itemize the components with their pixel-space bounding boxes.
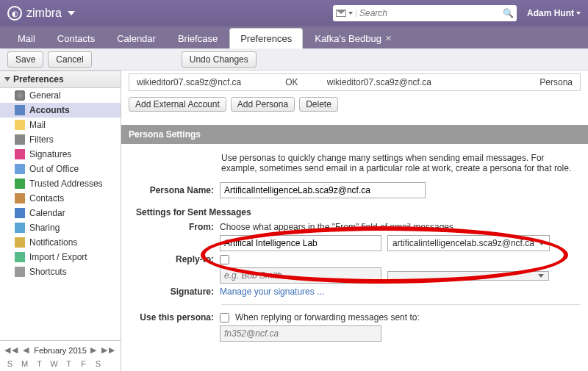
search-input[interactable] [359, 8, 503, 18]
notif-icon [15, 237, 25, 248]
action-toolbar: Save Cancel Undo Changes [0, 48, 588, 71]
undo-button[interactable]: Undo Changes [182, 51, 257, 68]
from-name-input[interactable] [220, 235, 381, 251]
sidebar-item-general[interactable]: General [0, 88, 121, 103]
use-persona-address-input[interactable] [220, 325, 381, 342]
search-scope-selector[interactable] [336, 10, 356, 17]
sidebar-item-import-export[interactable]: Import / Export [0, 250, 121, 264]
tab-calendar[interactable]: Calendar [107, 29, 166, 48]
mail-icon [336, 10, 346, 17]
persona-name-input[interactable] [220, 182, 426, 198]
sent-settings-header: Settings for Sent Messages [133, 200, 581, 220]
sidebar-item-label: Notifications [29, 237, 77, 248]
delete-button[interactable]: Delete [299, 97, 338, 112]
sidebar-tree: GeneralAccountsMailFiltersSignaturesOut … [0, 88, 121, 340]
trust-icon [15, 179, 25, 189]
logo-glyph-icon: ◐ [7, 6, 22, 21]
sidebar-item-label: Accounts [29, 105, 70, 115]
manage-signatures-link[interactable]: Manage your signatures ... [220, 287, 324, 297]
minical-day-row: SMTWTFS [3, 359, 118, 368]
account-email: wikieditor07.sca9z@ncf.ca [327, 77, 481, 87]
account-type: Persona [495, 77, 573, 87]
sidebar-item-label: Out of Office [29, 164, 79, 174]
from-label: From: [133, 222, 214, 232]
sidebar-item-label: Signatures [29, 149, 71, 159]
minical-day: S [91, 359, 105, 368]
cal-icon [15, 208, 25, 218]
use-persona-row: Use this persona: When replying or forwa… [133, 311, 581, 324]
minical-day: T [62, 359, 76, 368]
tab-preferences[interactable]: Preferences [229, 28, 303, 48]
user-icon [15, 105, 25, 115]
add-external-account-button[interactable]: Add External Account [129, 97, 226, 112]
sidebar-header[interactable]: Preferences [0, 71, 121, 88]
reply-to-label: Reply-to: [133, 254, 214, 264]
app-header: ◐ zimbra 🔍 Adam Hunt [0, 0, 588, 26]
brand-logo[interactable]: ◐ zimbra [7, 6, 75, 21]
tab-extra-label: Kafka's Bedbug [315, 33, 381, 44]
close-icon[interactable]: ✕ [385, 34, 392, 43]
sidebar-item-label: Trusted Addresses [29, 179, 103, 189]
signature-label: Signature: [133, 287, 214, 297]
chevron-down-icon [539, 242, 545, 245]
tab-extra[interactable]: Kafka's Bedbug ✕ [304, 29, 402, 48]
sidebar-item-label: Calendar [29, 208, 65, 218]
tab-contacts[interactable]: Contacts [47, 29, 105, 48]
tab-mail[interactable]: Mail [7, 29, 46, 48]
reply-to-checkbox[interactable] [220, 255, 229, 264]
sidebar-item-label: Import / Export [29, 252, 87, 262]
reply-to-email-dropdown[interactable] [387, 271, 549, 281]
from-email-dropdown[interactable]: artificalintelligencelab.sca9z@ncf.ca [387, 235, 550, 251]
sidebar-item-contacts[interactable]: Contacts [0, 191, 121, 206]
from-row-inputs: artificalintelligencelab.sca9z@ncf.ca [133, 234, 581, 253]
mini-calendar[interactable]: ◀◀ ◀ February 2015 ▶ ▶▶ SMTWTFS [0, 340, 121, 371]
brand-text: zimbra [26, 7, 62, 20]
minical-day: S [3, 359, 17, 368]
account-list-row[interactable]: wikieditor07.sca9z@ncf.ca OK wikieditor0… [129, 73, 581, 91]
account-buttons: Add External Account Add Persona Delete [121, 91, 588, 118]
sidebar-item-out-of-office[interactable]: Out of Office [0, 162, 121, 176]
sidebar-item-calendar[interactable]: Calendar [0, 206, 121, 220]
user-name: Adam Hunt [527, 8, 574, 18]
short-icon [15, 267, 25, 277]
search-icon[interactable]: 🔍 [503, 8, 514, 18]
minical-day: W [47, 359, 61, 368]
sidebar-item-label: General [29, 90, 61, 101]
reply-to-name-input[interactable] [220, 267, 381, 284]
sidebar-item-label: Shortcuts [29, 267, 67, 277]
sidebar-item-notifications[interactable]: Notifications [0, 235, 121, 250]
minical-day: T [32, 359, 46, 368]
cancel-button[interactable]: Cancel [48, 51, 91, 68]
divider [221, 304, 581, 305]
save-button[interactable]: Save [7, 51, 43, 68]
user-menu[interactable]: Adam Hunt [527, 8, 581, 18]
sidebar-item-trusted-addresses[interactable]: Trusted Addresses [0, 176, 121, 191]
add-persona-button[interactable]: Add Persona [231, 97, 295, 112]
search-box[interactable]: 🔍 [333, 5, 517, 21]
sidebar-item-label: Contacts [29, 193, 64, 203]
chevron-down-icon [68, 11, 75, 15]
filter-icon [15, 134, 25, 145]
workspace: Preferences GeneralAccountsMailFiltersSi… [0, 71, 588, 371]
use-persona-checkbox[interactable] [220, 313, 229, 323]
sidebar-item-signatures[interactable]: Signatures [0, 147, 121, 162]
chevron-down-icon [538, 274, 544, 278]
minical-next-icon[interactable]: ▶ ▶▶ [90, 345, 116, 355]
sidebar-item-accounts[interactable]: Accounts [0, 103, 121, 118]
sig-icon [15, 149, 25, 159]
minical-prev-icon[interactable]: ◀◀ ◀ [4, 345, 30, 355]
sidebar-item-mail[interactable]: Mail [0, 118, 121, 132]
use-persona-input-row [133, 324, 581, 343]
sidebar-item-shortcuts[interactable]: Shortcuts [0, 264, 121, 279]
mail-icon [15, 120, 25, 130]
chevron-down-icon [4, 77, 10, 82]
ie-icon [15, 252, 25, 262]
ooo-icon [15, 164, 25, 174]
chevron-down-icon [348, 12, 353, 15]
minical-day: F [76, 359, 90, 368]
reply-to-row: Reply-to: [133, 253, 581, 266]
sidebar-item-sharing[interactable]: Sharing [0, 220, 121, 235]
minical-day: M [18, 359, 32, 368]
sidebar-item-filters[interactable]: Filters [0, 132, 121, 147]
tab-briefcase[interactable]: Briefcase [168, 29, 228, 48]
